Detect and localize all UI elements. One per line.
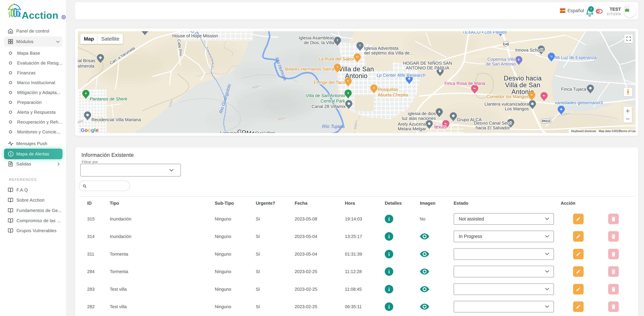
svg-text:House of Hope Mission: House of Hope Mission (172, 33, 218, 38)
svg-text:Terms of Use: Terms of Use (620, 130, 636, 133)
svg-text:Recidencial Villa Mariana: Recidencial Villa Mariana (92, 117, 141, 122)
svg-text:Keyboard shortcuts: Keyboard shortcuts (571, 130, 596, 133)
svg-text:Copemsa Villa: Copemsa Villa (488, 57, 516, 62)
svg-text:encial Brisas: encial Brisas (78, 58, 95, 63)
svg-text:HOGAR DE NIÑOS SAN: HOGAR DE NIÑOS SAN (403, 60, 452, 66)
svg-text:texas: texas (434, 124, 446, 130)
svg-text:Innova School: Innova School (515, 48, 543, 52)
svg-text:Río Tujaca: Río Tujaca (322, 124, 344, 129)
svg-text:de Dios, la Villa: de Dios, la Villa (304, 40, 334, 45)
svg-text:Iglesia Adventista: Iglesia Adventista (364, 46, 398, 51)
svg-text:Desvio hacia: Desvio hacia (504, 75, 542, 82)
svg-text:Mi Luz de Esperanza: Mi Luz de Esperanza (555, 55, 597, 60)
svg-text:Iglesia Asambleas: Iglesia Asambleas (298, 35, 334, 40)
svg-text:Finca Rosa de Maria: Finca Rosa de Maria (444, 81, 485, 86)
svg-text:Central Park: Central Park (321, 98, 345, 104)
svg-text:ANTONIO DE PADUA: ANTONIO DE PADUA (406, 65, 450, 70)
svg-text:luz alas naciones: luz alas naciones (402, 116, 436, 121)
svg-text:RN112: RN112 (542, 120, 550, 122)
svg-text:Map data ©2023: Map data ©2023 (599, 130, 620, 133)
svg-text:Villa de San Antonio: Villa de San Antonio (306, 93, 345, 98)
svg-text:Canal 28 Villamix: Canal 28 Villamix (312, 104, 346, 109)
svg-text:Melara Melgar: Melara Melgar (398, 126, 426, 131)
svg-text:Desvío Canal Seco: Desvío Canal Seco (474, 120, 512, 126)
svg-text:Finca Tujaca: Finca Tujaca (561, 86, 586, 92)
svg-text:CA5: CA5 (503, 42, 509, 46)
svg-text:Google: Google (80, 127, 98, 133)
svg-text:El Inge del Taco: El Inge del Taco (314, 80, 345, 85)
svg-text:Villa de San: Villa de San (505, 82, 540, 88)
svg-text:Llantera vulcanizadora: Llantera vulcanizadora (484, 102, 529, 106)
svg-text:La Ruta del Sabor: La Ruta del Sabor (318, 56, 354, 62)
svg-text:Lp Center 4life Research: Lp Center 4life Research (377, 73, 426, 78)
svg-text:del séptimo día Villa de…: del séptimo día Villa de… (364, 50, 414, 56)
svg-text:variedades getsemani#3: variedades getsemani#3 (555, 100, 603, 105)
svg-text:e Palmerola: e Palmerola (78, 64, 94, 68)
svg-text:Pantanos de Sherk: Pantanos de Sherk (90, 96, 128, 102)
svg-text:Billares Hermanos Sierra: Billares Hermanos Sierra (285, 66, 334, 72)
svg-text:iglesia de dios: iglesia de dios (408, 111, 436, 116)
svg-text:Los Mangos: Los Mangos (505, 106, 529, 111)
svg-text:TEXACO • Los Palillos: TEXACO • Los Palillos (462, 31, 507, 34)
svg-text:de San Antonio: de San Antonio (486, 62, 516, 66)
svg-text:Villa de San: Villa de San (339, 66, 374, 73)
svg-text:Comedor los Mangos: Comedor los Mangos (486, 94, 528, 99)
svg-text:hacia El Salvador: hacia El Salvador (476, 125, 510, 130)
svg-text:Abuela Chepita: Abuela Chepita (378, 92, 408, 98)
svg-text:Rosquillas: Rosquillas (378, 87, 398, 92)
svg-text:Arely Azucena: Arely Azucena (398, 122, 426, 126)
